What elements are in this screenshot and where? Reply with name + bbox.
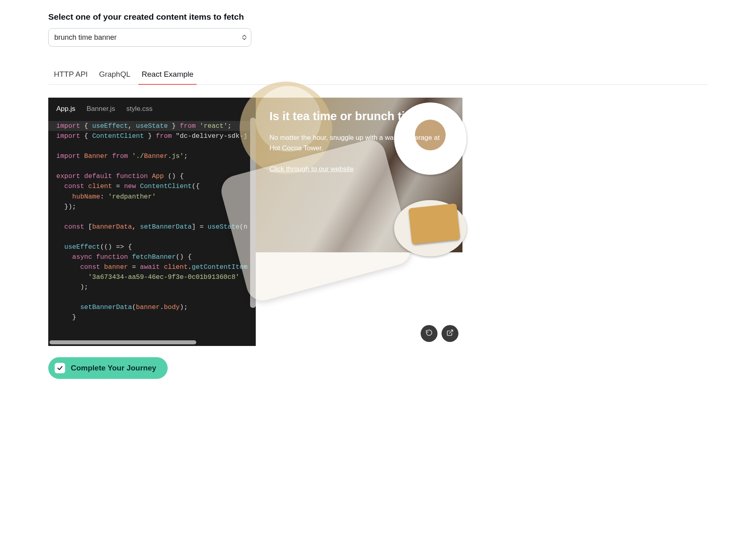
banner-title: Is it tea time or brunch time? — [269, 110, 449, 123]
cta-label: Complete Your Journey — [71, 364, 156, 372]
content-item-select-wrapper — [48, 28, 251, 47]
code-editor: App.js Banner.js style.css import { useE… — [48, 98, 256, 346]
checkbox-checked-icon — [55, 363, 65, 373]
content-item-select[interactable] — [48, 28, 251, 47]
refresh-button[interactable] — [421, 325, 438, 342]
banner-preview: Is it tea time or brunch time? No matter… — [256, 98, 462, 252]
example-panel: App.js Banner.js style.css import { useE… — [48, 98, 462, 346]
tab-react-example[interactable]: React Example — [142, 66, 193, 84]
tab-graphql[interactable]: GraphQL — [99, 66, 130, 84]
file-tab-banner-js[interactable]: Banner.js — [86, 105, 115, 113]
refresh-icon — [425, 329, 433, 338]
svg-line-0 — [450, 330, 453, 333]
external-link-icon — [446, 329, 454, 338]
banner-link[interactable]: Click through to our website — [269, 165, 354, 173]
horizontal-scrollbar[interactable] — [49, 340, 196, 344]
file-tab-style-css[interactable]: style.css — [126, 105, 152, 113]
preview-actions — [421, 325, 458, 342]
example-tabs: HTTP API GraphQL React Example — [48, 66, 708, 85]
file-tabs: App.js Banner.js style.css — [48, 98, 256, 118]
complete-journey-button[interactable]: Complete Your Journey — [48, 357, 168, 379]
banner-body: No matter the hour, snuggle up with a wa… — [269, 133, 446, 154]
cracker-decor — [409, 203, 460, 244]
code-block: import { useEffect, useState } from 'rea… — [48, 118, 256, 339]
preview-pane: Is it tea time or brunch time? No matter… — [256, 98, 462, 346]
file-tab-app-js[interactable]: App.js — [56, 105, 75, 113]
cta-row: Complete Your Journey — [48, 357, 708, 379]
open-external-button[interactable] — [442, 325, 458, 342]
select-label: Select one of your created content items… — [48, 12, 708, 22]
tab-http-api[interactable]: HTTP API — [54, 66, 88, 84]
code-scroll-area[interactable]: import { useEffect, useState } from 'rea… — [48, 118, 256, 339]
horizontal-scrollbar-track — [48, 339, 256, 346]
